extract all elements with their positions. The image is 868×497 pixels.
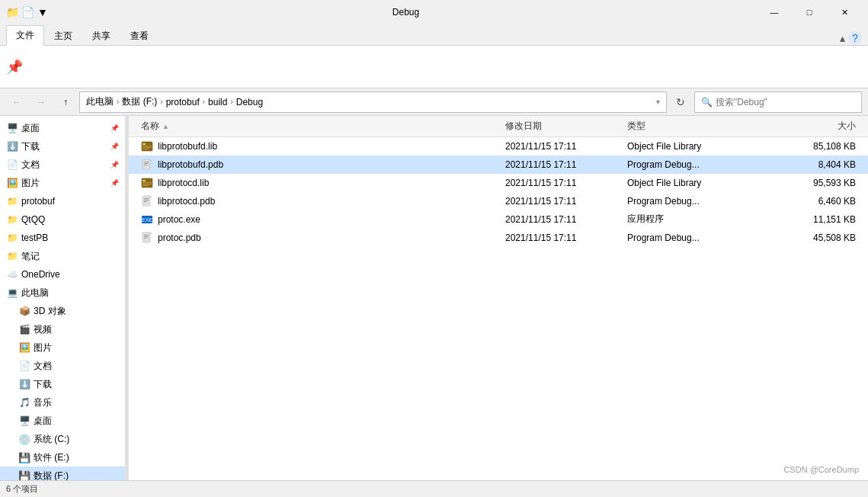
computer-icon: 💻 bbox=[6, 287, 18, 299]
svg-rect-5 bbox=[143, 159, 150, 169]
file-type: Program Debug... bbox=[627, 159, 780, 170]
file-date: 2021/11/15 17:11 bbox=[505, 196, 627, 207]
tab-view[interactable]: 查看 bbox=[120, 26, 159, 46]
file-type: Object File Library bbox=[627, 141, 780, 152]
file-row[interactable]: libprotocd.pdb 2021/11/15 17:11 Program … bbox=[129, 192, 868, 210]
sidebar-item-downloads2[interactable]: ⬇️ 下载 bbox=[0, 375, 125, 393]
svg-rect-1 bbox=[143, 143, 146, 145]
title-dropdown[interactable]: ▼ bbox=[37, 6, 49, 18]
drive-e-icon: 💾 bbox=[18, 451, 30, 463]
sidebar-item-drive-e[interactable]: 💾 软件 (E:) bbox=[0, 448, 125, 467]
file-name-cell: EXE protoc.exe bbox=[141, 213, 505, 226]
file-icon-lib bbox=[141, 177, 153, 189]
sidebar-item-3d[interactable]: 📦 3D 对象 bbox=[0, 302, 125, 320]
window-controls: — □ ✕ bbox=[757, 0, 862, 24]
title-icon-2: 📄 bbox=[21, 6, 34, 18]
sidebar-item-video[interactable]: 🎬 视频 bbox=[0, 320, 125, 338]
file-size: 85,108 KB bbox=[780, 141, 856, 152]
sidebar-item-notes[interactable]: 📁 笔记 bbox=[0, 247, 125, 265]
sidebar-item-testpb[interactable]: 📁 testPB bbox=[0, 229, 125, 247]
sidebar-item-docs2[interactable]: 📄 文档 bbox=[0, 357, 125, 375]
svg-rect-7 bbox=[144, 162, 149, 162]
folder-testpb-icon: 📁 bbox=[6, 232, 18, 244]
file-row[interactable]: libprotocd.lib 2021/11/15 17:11 Object F… bbox=[129, 174, 868, 192]
file-name: protoc.pdb bbox=[158, 232, 201, 243]
header-size[interactable]: 大小 bbox=[780, 120, 856, 133]
header-date[interactable]: 修改日期 bbox=[505, 120, 627, 133]
file-size: 95,593 KB bbox=[780, 178, 856, 188]
refresh-button[interactable]: ↻ bbox=[670, 91, 691, 113]
drive-f-icon: 💾 bbox=[18, 470, 30, 480]
desktop2-icon: 🖥️ bbox=[18, 415, 30, 427]
file-name-cell: libprotocd.pdb bbox=[141, 195, 505, 207]
path-sep-4: › bbox=[230, 98, 232, 106]
sidebar-item-drive-f[interactable]: 💾 数据 (F:) bbox=[0, 467, 125, 480]
sidebar-item-qtqq[interactable]: 📁 QtQQ bbox=[0, 210, 125, 229]
path-sep-2: › bbox=[160, 98, 162, 106]
back-button[interactable]: ← bbox=[6, 91, 27, 113]
svg-rect-26 bbox=[144, 238, 147, 239]
file-row[interactable]: libprotobufd.pdb 2021/11/15 17:11 Progra… bbox=[129, 156, 868, 174]
file-list-header: 名称 ▲ 修改日期 类型 大小 bbox=[129, 116, 868, 137]
svg-rect-9 bbox=[144, 165, 147, 165]
file-name-cell: libprotocd.lib bbox=[141, 177, 505, 189]
path-sep-3: › bbox=[203, 98, 205, 106]
sidebar-item-downloads[interactable]: ⬇️ 下载 📌 bbox=[0, 137, 125, 156]
sidebar-item-desktop2[interactable]: 🖥️ 桌面 bbox=[0, 412, 125, 430]
sidebar: 🖥️ 桌面 📌 ⬇️ 下载 📌 📄 文档 📌 🖼️ 图片 📌 📁 protobu… bbox=[0, 116, 126, 480]
sidebar-item-documents[interactable]: 📄 文档 📌 bbox=[0, 156, 125, 174]
tab-file[interactable]: 文件 bbox=[6, 25, 44, 46]
sidebar-item-protobuf[interactable]: 📁 protobuf bbox=[0, 192, 125, 210]
path-debug: Debug bbox=[236, 97, 263, 107]
svg-marker-16 bbox=[150, 196, 152, 197]
file-name-cell: libprotobufd.pdb bbox=[141, 159, 505, 171]
file-icon-pdb bbox=[141, 232, 153, 244]
address-path[interactable]: 此电脑 › 数据 (F:) › protobuf › build › Debug… bbox=[79, 91, 667, 113]
ribbon-collapse[interactable]: ▴ bbox=[840, 32, 845, 44]
sidebar-item-desktop[interactable]: 🖥️ 桌面 📌 bbox=[0, 119, 125, 137]
file-icon-exe: EXE bbox=[141, 213, 153, 226]
sidebar-item-drive-c[interactable]: 💿 系统 (C:) bbox=[0, 430, 125, 448]
forward-button[interactable]: → bbox=[30, 91, 52, 113]
tab-share[interactable]: 共享 bbox=[82, 26, 120, 46]
music-icon: 🎵 bbox=[18, 396, 30, 409]
sidebar-item-pictures2[interactable]: 🖼️ 图片 bbox=[0, 338, 125, 357]
help-button[interactable]: ? bbox=[848, 31, 862, 45]
folder-notes-icon: 📁 bbox=[6, 250, 18, 262]
file-date: 2021/11/15 17:11 bbox=[505, 159, 627, 170]
status-bar: 6 个项目 bbox=[0, 480, 868, 497]
up-button[interactable]: ↑ bbox=[55, 91, 76, 113]
title-icon-1: 📁 bbox=[6, 6, 18, 18]
main-layout: 🖥️ 桌面 📌 ⬇️ 下载 📌 📄 文档 📌 🖼️ 图片 📌 📁 protobu… bbox=[0, 116, 868, 480]
file-name: libprotocd.lib bbox=[158, 178, 209, 188]
file-date: 2021/11/15 17:11 bbox=[505, 141, 627, 152]
downloads-icon: ⬇️ bbox=[6, 140, 18, 152]
video-icon: 🎬 bbox=[18, 323, 30, 335]
tab-home[interactable]: 主页 bbox=[44, 26, 82, 46]
onedrive-icon: ☁️ bbox=[6, 268, 18, 281]
path-dropdown[interactable]: ▾ bbox=[656, 98, 660, 106]
window-title: Debug bbox=[49, 7, 757, 18]
file-row[interactable]: protoc.pdb 2021/11/15 17:11 Program Debu… bbox=[129, 229, 868, 247]
sidebar-item-onedrive[interactable]: ☁️ OneDrive bbox=[0, 265, 125, 284]
svg-rect-25 bbox=[144, 236, 149, 237]
docs2-icon: 📄 bbox=[18, 360, 30, 372]
header-type[interactable]: 类型 bbox=[627, 120, 780, 133]
file-row[interactable]: libprotobufd.lib 2021/11/15 17:11 Object… bbox=[129, 137, 868, 156]
file-type: Object File Library bbox=[627, 178, 780, 188]
file-type: Program Debug... bbox=[627, 232, 780, 243]
path-sep-1: › bbox=[117, 98, 119, 106]
close-button[interactable]: ✕ bbox=[827, 0, 862, 24]
svg-rect-19 bbox=[144, 201, 147, 202]
header-name[interactable]: 名称 ▲ bbox=[141, 120, 505, 133]
file-type: 应用程序 bbox=[627, 213, 780, 226]
file-name: libprotobufd.lib bbox=[158, 141, 217, 152]
maximize-button[interactable]: □ bbox=[792, 0, 827, 24]
sidebar-item-pictures[interactable]: 🖼️ 图片 📌 bbox=[0, 174, 125, 192]
file-row[interactable]: EXE protoc.exe 2021/11/15 17:11 应用程序 11,… bbox=[129, 210, 868, 229]
search-input[interactable] bbox=[716, 97, 855, 107]
sidebar-item-music[interactable]: 🎵 音乐 bbox=[0, 393, 125, 412]
content-area: 名称 ▲ 修改日期 类型 大小 libprotobufd.lib 2021/11… bbox=[129, 116, 868, 480]
minimize-button[interactable]: — bbox=[757, 0, 792, 24]
sidebar-item-thispc[interactable]: 💻 此电脑 bbox=[0, 284, 125, 302]
